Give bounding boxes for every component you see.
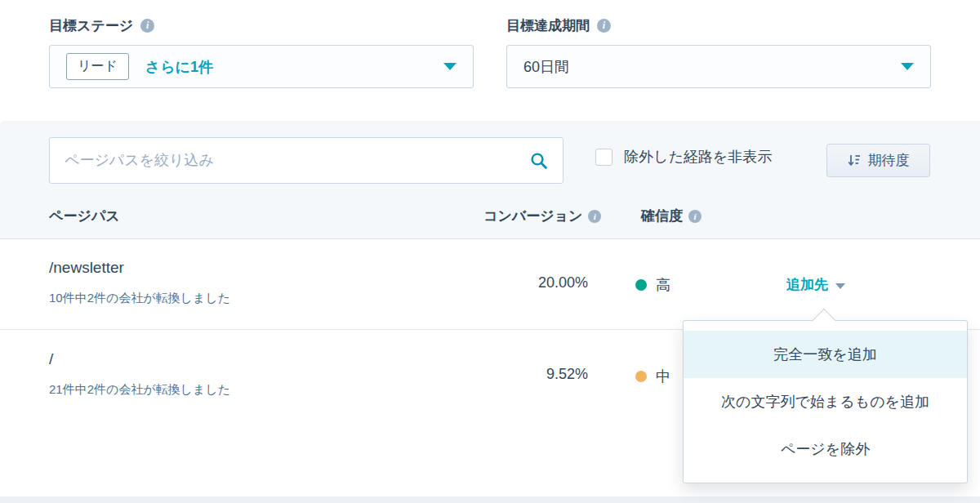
search-input[interactable] <box>65 152 530 169</box>
goal-period-label: 目標達成期間 <box>506 16 590 35</box>
hide-excluded-checkbox[interactable] <box>595 149 612 166</box>
next-section-edge <box>0 496 980 503</box>
confidence-cell: 中 <box>635 367 670 386</box>
sort-expectation-button[interactable]: 期待度 <box>826 144 930 177</box>
filter-section: 除外した経路を非表示 期待度 ページパス コンバージョン i 確信度 i <box>0 121 980 239</box>
column-header-conversion: コンバージョン i <box>483 207 601 225</box>
menu-item-add-exact-match[interactable]: 完全一致を追加 <box>684 331 967 378</box>
confidence-dot <box>635 279 647 291</box>
chevron-down-icon <box>443 63 457 70</box>
add-to-dropdown-trigger[interactable]: 追加先 <box>786 275 845 294</box>
info-icon[interactable]: i <box>597 19 611 33</box>
conversion-value: 9.52% <box>474 366 588 383</box>
confidence-cell: 高 <box>635 275 670 295</box>
sort-button-label: 期待度 <box>868 151 910 170</box>
info-icon[interactable]: i <box>688 210 702 223</box>
hide-excluded-label: 除外した経路を非表示 <box>624 147 772 167</box>
add-to-dropdown-menu: 完全一致を追加 次の文字列で始まるものを追加 ページを除外 <box>683 320 968 483</box>
goal-stage-select[interactable]: リード さらに1件 <box>49 45 474 88</box>
chevron-down-icon <box>835 283 845 289</box>
search-field <box>49 137 564 184</box>
confidence-label: 高 <box>656 275 670 295</box>
menu-item-exclude-page[interactable]: ページを除外 <box>684 425 967 473</box>
table-row: /newsletter 10件中2件の会社が転換しました 20.00% 高 追加… <box>0 239 980 330</box>
goal-stage-label-row: 目標ステージ i <box>49 16 154 35</box>
column-header-path: ページパス <box>49 207 120 225</box>
info-icon[interactable]: i <box>140 19 154 33</box>
page-path: /newsletter <box>49 259 124 277</box>
conversion-header-label: コンバージョン <box>483 207 582 225</box>
hide-excluded-row: 除外した経路を非表示 <box>595 147 772 167</box>
info-icon[interactable]: i <box>588 210 601 223</box>
goal-stage-more: さらに1件 <box>145 57 213 77</box>
page: 目標ステージ i リード さらに1件 目標達成期間 i 60日間 除外した経路を… <box>0 0 980 503</box>
confidence-header-label: 確信度 <box>641 207 683 225</box>
confidence-dot <box>635 371 647 382</box>
goal-period-value: 60日間 <box>523 57 569 77</box>
column-header-confidence: 確信度 i <box>641 207 702 225</box>
goal-period-select[interactable]: 60日間 <box>506 45 931 88</box>
confidence-label: 中 <box>656 367 670 386</box>
sort-icon <box>848 154 862 167</box>
goal-period-label-row: 目標達成期間 i <box>506 16 611 35</box>
conversion-subtitle: 21件中2件の会社が転換しました <box>49 382 230 398</box>
page-path: / <box>49 350 53 368</box>
goal-stage-tag: リード <box>66 53 129 80</box>
search-icon[interactable] <box>530 152 548 170</box>
add-to-label: 追加先 <box>786 275 828 294</box>
conversion-value: 20.00% <box>474 274 588 292</box>
chevron-down-icon <box>901 63 914 70</box>
goal-stage-label: 目標ステージ <box>49 16 133 35</box>
conversion-subtitle: 10件中2件の会社が転換しました <box>49 291 230 306</box>
menu-item-add-starts-with[interactable]: 次の文字列で始まるものを追加 <box>684 378 967 425</box>
